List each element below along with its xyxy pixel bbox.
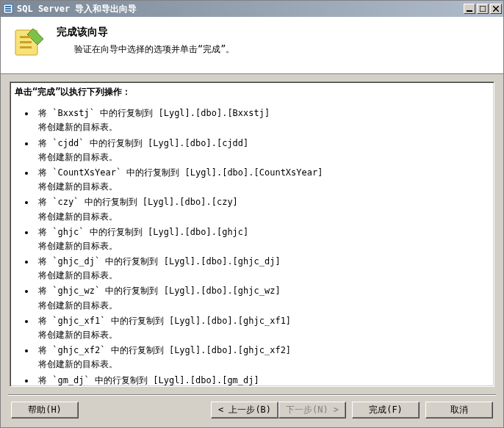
svg-rect-5 (480, 6, 486, 12)
minimize-button[interactable] (464, 4, 475, 14)
operation-copy-line: 将 `ghjc_dj` 中的行复制到 [Lygl].[dbo].[ghjc_dj… (35, 256, 281, 266)
list-item: 将 `Bxxstj` 中的行复制到 [Lygl].[dbo].[Bxxstj]将… (35, 106, 489, 134)
maximize-button[interactable] (477, 4, 489, 14)
help-button[interactable]: 帮助(H) (11, 402, 79, 418)
operation-create-line: 将创建新的目标表。 (35, 120, 489, 134)
operation-create-line: 将创建新的目标表。 (35, 180, 489, 194)
operation-copy-line: 将 `ghjc_xf1` 中的行复制到 [Lygl].[dbo].[ghjc_x… (35, 316, 291, 326)
wizard-header-text: 完成该向导 验证在向导中选择的选项并单击“完成”。 (57, 24, 234, 56)
wizard-icon (11, 24, 46, 59)
list-item: 将 `ghjc_xf1` 中的行复制到 [Lygl].[dbo].[ghjc_x… (35, 314, 489, 342)
operation-create-line: 将创建新的目标表。 (35, 328, 489, 342)
operation-copy-line: 将 `ghjc_wz` 中的行复制到 [Lygl].[dbo].[ghjc_wz… (35, 286, 281, 296)
wizard-window: SQL Server 导入和导出向导 (0, 0, 504, 428)
svg-rect-1 (5, 6, 11, 7)
finish-button[interactable]: 完成(F) (352, 402, 420, 418)
titlebar: SQL Server 导入和导出向导 (1, 1, 503, 17)
operation-create-line: 将创建新的目标表。 (35, 299, 489, 313)
list-heading: 单击“完成”以执行下列操作： (15, 85, 489, 99)
operation-copy-line: 将 `gm_dj` 中的行复制到 [Lygl].[dbo].[gm_dj] (35, 375, 259, 385)
operation-copy-line: 将 `CountXsYear` 中的行复制到 [Lygl].[dbo].[Cou… (35, 167, 323, 178)
svg-rect-10 (20, 41, 32, 43)
operation-copy-line: 将 `ghjc` 中的行复制到 [Lygl].[dbo].[ghjc] (35, 227, 248, 237)
svg-rect-4 (467, 10, 472, 12)
next-button: 下一步(N) > (278, 402, 346, 418)
app-icon (2, 3, 14, 15)
operation-create-line: 将创建新的目标表。 (35, 210, 489, 224)
cancel-button[interactable]: 取消 (425, 402, 493, 418)
window-title: SQL Server 导入和导出向导 (17, 3, 464, 15)
list-item: 将 `cjdd` 中的行复制到 [Lygl].[dbo].[cjdd]将创建新的… (35, 137, 489, 164)
list-item: 将 `ghjc` 中的行复制到 [Lygl].[dbo].[ghjc]将创建新的… (35, 225, 489, 253)
list-item: 将 `ghjc_wz` 中的行复制到 [Lygl].[dbo].[ghjc_wz… (35, 284, 489, 312)
button-row: 帮助(H) < 上一步(B) 下一步(N) > 完成(F) 取消 (1, 402, 503, 427)
list-item: 将 `ghjc_dj` 中的行复制到 [Lygl].[dbo].[ghjc_dj… (35, 255, 489, 283)
operation-create-line: 将创建新的目标表。 (35, 239, 489, 253)
close-button[interactable] (490, 4, 502, 14)
svg-rect-11 (20, 46, 32, 48)
footer-separator (8, 394, 496, 396)
operations-list[interactable]: 单击“完成”以执行下列操作： 将 `Bxxstj` 中的行复制到 [Lygl].… (10, 81, 494, 387)
svg-rect-3 (5, 10, 11, 12)
titlebar-buttons (464, 4, 502, 14)
operation-copy-line: 将 `Bxxstj` 中的行复制到 [Lygl].[dbo].[Bxxstj] (35, 108, 270, 118)
operation-create-line: 将创建新的目标表。 (35, 358, 489, 371)
list-item: 将 `ghjc_xf2` 中的行复制到 [Lygl].[dbo].[ghjc_x… (35, 344, 489, 371)
wizard-header: 完成该向导 验证在向导中选择的选项并单击“完成”。 (1, 17, 503, 74)
svg-rect-2 (5, 8, 11, 10)
list-item: 将 `czy` 中的行复制到 [Lygl].[dbo].[czy]将创建新的目标… (35, 195, 489, 223)
operation-create-line: 将创建新的目标表。 (35, 150, 489, 164)
operation-copy-line: 将 `cjdd` 中的行复制到 [Lygl].[dbo].[cjdd] (35, 138, 248, 148)
page-subtitle: 验证在向导中选择的选项并单击“完成”。 (57, 43, 234, 56)
operation-copy-line: 将 `czy` 中的行复制到 [Lygl].[dbo].[czy] (35, 197, 238, 207)
list-item: 将 `CountXsYear` 中的行复制到 [Lygl].[dbo].[Cou… (35, 166, 489, 194)
svg-rect-9 (20, 36, 32, 38)
content-area: 单击“完成”以执行下列操作： 将 `Bxxstj` 中的行复制到 [Lygl].… (1, 74, 503, 394)
list-item: 将 `gm_dj` 中的行复制到 [Lygl].[dbo].[gm_dj]将创建… (35, 374, 489, 387)
page-title: 完成该向导 (57, 26, 234, 39)
back-button[interactable]: < 上一步(B) (211, 402, 278, 418)
operation-copy-line: 将 `ghjc_xf2` 中的行复制到 [Lygl].[dbo].[ghjc_x… (35, 345, 291, 355)
operation-create-line: 将创建新的目标表。 (35, 269, 489, 283)
